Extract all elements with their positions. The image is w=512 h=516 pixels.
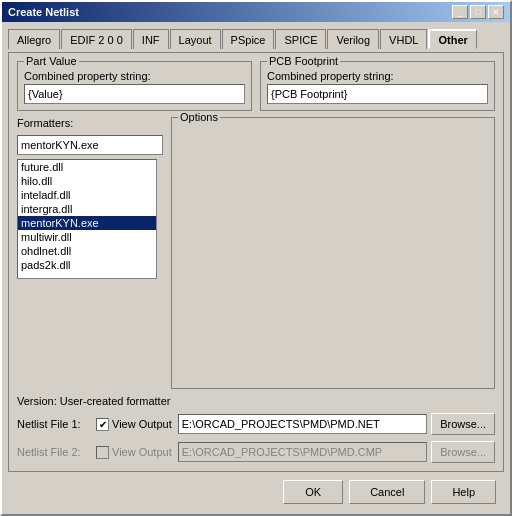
list-item[interactable]: hilo.dll bbox=[18, 174, 156, 188]
cancel-button[interactable]: Cancel bbox=[349, 480, 425, 504]
netlist-file2-view-label: View Output bbox=[112, 446, 172, 458]
close-button[interactable]: ✕ bbox=[488, 5, 504, 19]
tab-allegro[interactable]: Allegro bbox=[8, 29, 60, 49]
window-content: Allegro EDIF 2 0 0 INF Layout PSpice SPI… bbox=[2, 22, 510, 514]
formatters-label: Formatters: bbox=[17, 117, 163, 129]
bottom-buttons: OK Cancel Help bbox=[8, 476, 504, 508]
tab-other[interactable]: Other bbox=[428, 29, 476, 49]
netlist-file1-checkbox[interactable]: ✔ bbox=[96, 418, 109, 431]
pcb-footprint-label: Combined property string: bbox=[267, 70, 488, 82]
formatters-listbox[interactable]: future.dll hilo.dll inteladf.dll intergr… bbox=[17, 159, 157, 279]
netlist-file2-browse-button: Browse... bbox=[431, 441, 495, 463]
part-value-input[interactable] bbox=[24, 84, 245, 104]
main-panel: Part Value Combined property string: PCB… bbox=[8, 52, 504, 472]
options-group: Options bbox=[171, 117, 495, 389]
pcb-footprint-legend: PCB Footprint bbox=[267, 55, 340, 67]
tab-verilog[interactable]: Verilog bbox=[327, 29, 379, 49]
pcb-footprint-group: PCB Footprint Combined property string: bbox=[260, 61, 495, 111]
top-row: Part Value Combined property string: PCB… bbox=[17, 61, 495, 111]
list-item[interactable]: multiwir.dll bbox=[18, 230, 156, 244]
options-legend: Options bbox=[178, 111, 220, 123]
tab-spice[interactable]: SPICE bbox=[275, 29, 326, 49]
tab-pspice[interactable]: PSpice bbox=[222, 29, 275, 49]
list-item[interactable]: inteladf.dll bbox=[18, 188, 156, 202]
netlist-file1-checkbox-wrap: ✔ View Output bbox=[96, 418, 172, 431]
part-value-legend: Part Value bbox=[24, 55, 79, 67]
netlist-file2-checkbox-wrap: View Output bbox=[96, 446, 172, 459]
list-item-selected[interactable]: mentorKYN.exe bbox=[18, 216, 156, 230]
netlist-file1-view-label: View Output bbox=[112, 418, 172, 430]
pcb-footprint-input[interactable] bbox=[267, 84, 488, 104]
part-value-group: Part Value Combined property string: bbox=[17, 61, 252, 111]
list-item[interactable]: pads2k.dll bbox=[18, 258, 156, 272]
netlist-file2-row: Netlist File 2: View Output Browse... bbox=[17, 441, 495, 463]
tab-vhdl[interactable]: VHDL bbox=[380, 29, 427, 49]
formatters-section: Formatters: future.dll hilo.dll inteladf… bbox=[17, 117, 495, 389]
netlist-file2-label: Netlist File 2: bbox=[17, 446, 92, 458]
list-item[interactable]: future.dll bbox=[18, 160, 156, 174]
part-value-label: Combined property string: bbox=[24, 70, 245, 82]
tab-bar: Allegro EDIF 2 0 0 INF Layout PSpice SPI… bbox=[8, 28, 504, 48]
tab-inf[interactable]: INF bbox=[133, 29, 169, 49]
title-bar: Create Netlist _ □ ✕ bbox=[2, 2, 510, 22]
netlist-file1-input[interactable] bbox=[178, 414, 427, 434]
netlist-file2-input bbox=[178, 442, 427, 462]
create-netlist-window: Create Netlist _ □ ✕ Allegro EDIF 2 0 0 … bbox=[0, 0, 512, 516]
list-item[interactable]: intergra.dll bbox=[18, 202, 156, 216]
version-text: Version: User-created formatter bbox=[17, 395, 495, 407]
maximize-button[interactable]: □ bbox=[470, 5, 486, 19]
tab-layout[interactable]: Layout bbox=[170, 29, 221, 49]
formatters-input[interactable] bbox=[17, 135, 163, 155]
ok-button[interactable]: OK bbox=[283, 480, 343, 504]
list-item[interactable]: ohdlnet.dll bbox=[18, 244, 156, 258]
window-title: Create Netlist bbox=[8, 6, 79, 18]
netlist-file1-label: Netlist File 1: bbox=[17, 418, 92, 430]
minimize-button[interactable]: _ bbox=[452, 5, 468, 19]
help-button[interactable]: Help bbox=[431, 480, 496, 504]
netlist-file2-checkbox[interactable] bbox=[96, 446, 109, 459]
tab-edif[interactable]: EDIF 2 0 0 bbox=[61, 29, 132, 49]
netlist-file1-browse-button[interactable]: Browse... bbox=[431, 413, 495, 435]
title-buttons: _ □ ✕ bbox=[452, 5, 504, 19]
netlist-file1-row: Netlist File 1: ✔ View Output Browse... bbox=[17, 413, 495, 435]
formatters-group: Formatters: future.dll hilo.dll inteladf… bbox=[17, 117, 163, 389]
